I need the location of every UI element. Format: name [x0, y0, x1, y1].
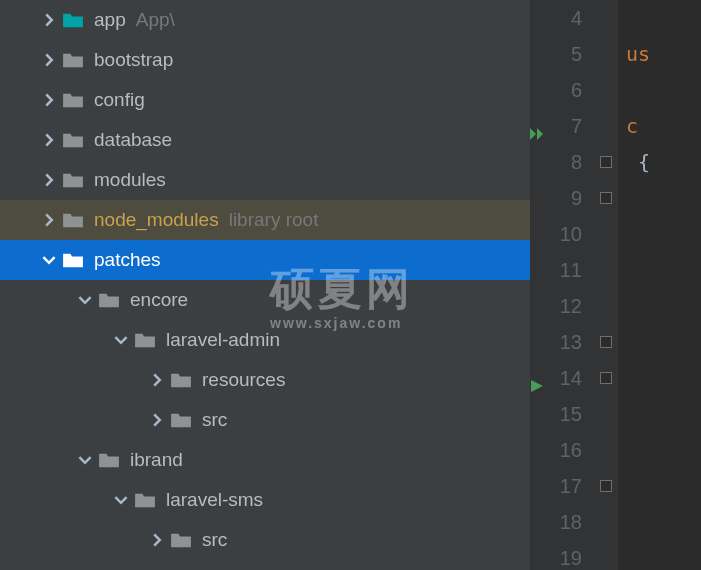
line-number: 12 — [531, 288, 582, 324]
line-number: 15 — [531, 396, 582, 432]
line-number: 16 — [531, 432, 582, 468]
line-number: 4 — [531, 0, 582, 36]
tree-item-suffix: App\ — [136, 9, 175, 31]
tree-item-laravel-admin[interactable]: laravel-admin — [0, 320, 530, 360]
code-line[interactable] — [626, 252, 701, 288]
folder-icon — [170, 371, 196, 389]
line-number: 8 — [531, 144, 582, 180]
tree-item-src[interactable]: src — [0, 520, 530, 560]
code-line[interactable] — [626, 396, 701, 432]
fold-marker-icon[interactable] — [600, 336, 612, 348]
chevron-right-icon[interactable] — [144, 533, 170, 547]
editor-pane: 45678910111213141516171819 usc { — [530, 0, 701, 570]
folder-icon — [98, 451, 124, 469]
chevron-right-icon[interactable] — [36, 53, 62, 67]
chevron-down-icon[interactable] — [72, 293, 98, 307]
chevron-right-icon[interactable] — [36, 213, 62, 227]
line-number: 17 — [531, 468, 582, 504]
code-line[interactable] — [626, 324, 701, 360]
chevron-down-icon[interactable] — [36, 253, 62, 267]
tree-item-src[interactable]: src — [0, 400, 530, 440]
tree-item-patches[interactable]: patches — [0, 240, 530, 280]
tree-item-label: ibrand — [130, 449, 183, 471]
tree-item-app[interactable]: appApp\ — [0, 0, 530, 40]
folder-icon — [170, 411, 196, 429]
tree-item-label: config — [94, 89, 145, 111]
code-line[interactable] — [626, 288, 701, 324]
code-line[interactable] — [626, 0, 701, 36]
line-number: 5 — [531, 36, 582, 72]
chevron-down-icon[interactable] — [72, 453, 98, 467]
tree-item-label: src — [202, 529, 227, 551]
code-line[interactable] — [626, 216, 701, 252]
tree-item-database[interactable]: database — [0, 120, 530, 160]
line-number: 14 — [531, 360, 582, 396]
chevron-down-icon[interactable] — [108, 333, 134, 347]
folder-icon — [62, 91, 88, 109]
fold-column — [596, 0, 618, 570]
line-number: 7 — [531, 108, 582, 144]
code-line[interactable]: { — [626, 144, 701, 180]
chevron-right-icon[interactable] — [36, 13, 62, 27]
tree-item-label: database — [94, 129, 172, 151]
line-number: 18 — [531, 504, 582, 540]
code-line[interactable]: us — [626, 36, 701, 72]
chevron-right-icon[interactable] — [36, 93, 62, 107]
line-number: 6 — [531, 72, 582, 108]
chevron-down-icon[interactable] — [108, 493, 134, 507]
line-number-gutter: 45678910111213141516171819 — [531, 0, 596, 570]
tree-item-label: src — [202, 409, 227, 431]
line-number: 9 — [531, 180, 582, 216]
folder-icon — [62, 211, 88, 229]
tree-item-suffix: library root — [229, 209, 319, 231]
tree-item-label: laravel-sms — [166, 489, 263, 511]
code-line[interactable] — [626, 360, 701, 396]
chevron-right-icon[interactable] — [36, 173, 62, 187]
folder-icon — [62, 251, 88, 269]
tree-item-label: resources — [202, 369, 285, 391]
fold-marker-icon[interactable] — [600, 156, 612, 168]
code-line[interactable] — [626, 432, 701, 468]
code-line[interactable] — [626, 468, 701, 504]
tree-item-label: modules — [94, 169, 166, 191]
code-line[interactable] — [626, 504, 701, 540]
folder-icon — [170, 531, 196, 549]
code-line[interactable] — [626, 540, 701, 570]
tree-item-label: patches — [94, 249, 161, 271]
line-number: 19 — [531, 540, 582, 570]
tree-item-node_modules[interactable]: node_moduleslibrary root — [0, 200, 530, 240]
tree-item-config[interactable]: config — [0, 80, 530, 120]
tree-item-label: node_modules — [94, 209, 219, 231]
folder-icon — [62, 131, 88, 149]
tree-item-label: bootstrap — [94, 49, 173, 71]
code-line[interactable]: c — [626, 108, 701, 144]
tree-item-bootstrap[interactable]: bootstrap — [0, 40, 530, 80]
chevron-right-icon[interactable] — [36, 133, 62, 147]
chevron-right-icon[interactable] — [144, 373, 170, 387]
tree-item-modules[interactable]: modules — [0, 160, 530, 200]
code-area[interactable]: usc { — [618, 0, 701, 570]
tree-item-ibrand[interactable]: ibrand — [0, 440, 530, 480]
fold-marker-icon[interactable] — [600, 372, 612, 384]
tree-item-resources[interactable]: resources — [0, 360, 530, 400]
tree-item-label: app — [94, 9, 126, 31]
chevron-right-icon[interactable] — [144, 413, 170, 427]
code-line[interactable] — [626, 180, 701, 216]
fold-marker-icon[interactable] — [600, 480, 612, 492]
tree-item-laravel-sms[interactable]: laravel-sms — [0, 480, 530, 520]
code-line[interactable] — [626, 72, 701, 108]
folder-icon — [62, 51, 88, 69]
project-file-tree[interactable]: appApp\bootstrapconfigdatabasemodulesnod… — [0, 0, 530, 570]
folder-icon — [62, 11, 88, 29]
line-number: 10 — [531, 216, 582, 252]
folder-icon — [62, 171, 88, 189]
fold-marker-icon[interactable] — [600, 192, 612, 204]
line-number: 11 — [531, 252, 582, 288]
tree-item-label: laravel-admin — [166, 329, 280, 351]
line-number: 13 — [531, 324, 582, 360]
tree-item-label: encore — [130, 289, 188, 311]
folder-icon — [98, 291, 124, 309]
folder-icon — [134, 331, 160, 349]
folder-icon — [134, 491, 160, 509]
tree-item-encore[interactable]: encore — [0, 280, 530, 320]
